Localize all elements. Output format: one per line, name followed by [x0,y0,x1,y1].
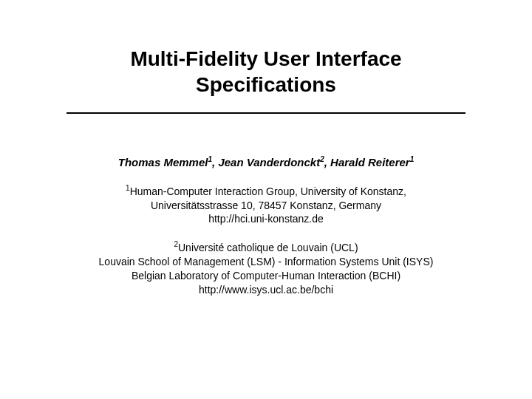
slide: Multi-Fidelity User Interface Specificat… [0,0,532,399]
slide-title: Multi-Fidelity User Interface Specificat… [44,46,488,98]
affil-1-line-2: Universitätsstrasse 10, 78457 Konstanz, … [151,200,381,211]
affil-1-line-1: Human-Computer Interaction Group, Univer… [130,185,406,197]
affil-2-line-3: Belgian Laboratory of Computer-Human Int… [132,270,400,282]
author-1-name: Thomas Memmel [118,156,208,168]
author-2-name: Jean Vanderdonckt [218,156,320,168]
affiliation-1: 1Human-Computer Interaction Group, Unive… [0,183,532,226]
title-rule [66,112,466,114]
author-3-sup: 1 [410,155,415,163]
title-line-2: Specifications [196,73,336,96]
affil-2-line-1: Université catholique de Louvain (UCL) [178,242,358,253]
author-sep-2: , [324,156,330,168]
affiliation-2: 2Université catholique de Louvain (UCL) … [0,239,532,296]
title-line-1: Multi-Fidelity User Interface [130,47,401,70]
affil-2-line-4: http://www.isys.ucl.ac.be/bchi [199,284,333,296]
affil-2-line-2: Louvain School of Management (LSM) - Inf… [99,256,434,267]
affil-1-line-3: http://hci.uni-konstanz.de [208,213,324,225]
authors-line: Thomas Memmel1, Jean Vanderdonckt2, Hara… [0,155,532,168]
author-3-name: Harald Reiterer [330,156,410,168]
